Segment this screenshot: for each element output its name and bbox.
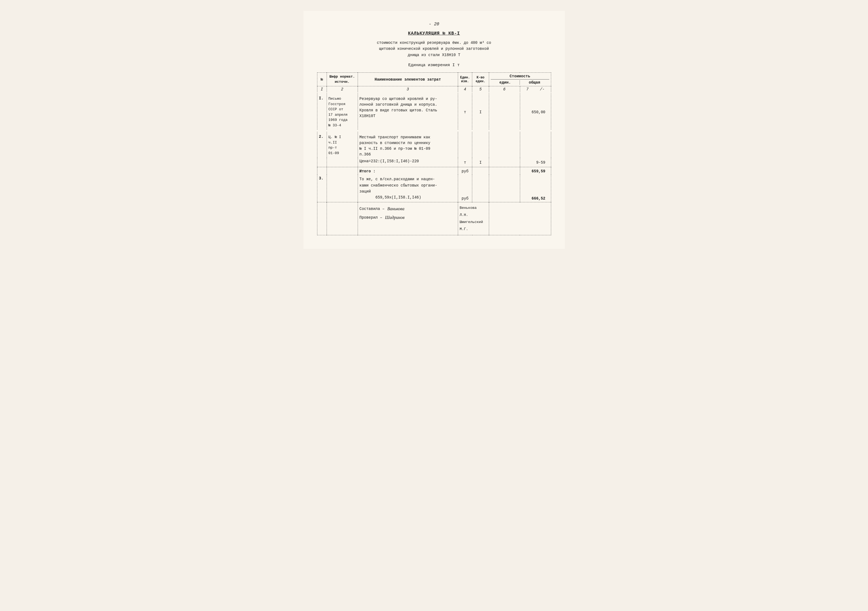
- compiled-label: Составила –: [360, 205, 384, 212]
- right-name2: Шмигельский М.Г.: [460, 219, 487, 233]
- row3-total: 666,52: [520, 175, 551, 202]
- itogo-unit: руб: [458, 168, 472, 175]
- rownum-1: I: [317, 86, 327, 93]
- row2-num: 2.: [317, 131, 327, 158]
- row2b-name: Цена=232:(I,I58:I,I46)-220: [358, 158, 458, 167]
- table-row-1: I. ПисьмоГосстрояСССР от17 апреля1969 го…: [317, 93, 551, 131]
- itogo-label: Итого :: [358, 168, 458, 175]
- col3-header: Наименование элементов затрат: [358, 73, 458, 86]
- rownum-4: 4: [458, 86, 472, 93]
- itogo-total: 659,59: [520, 168, 551, 175]
- main-table: № Шифр нормат. источн. Наименование элем…: [317, 73, 551, 235]
- rownum-3: 3: [358, 86, 458, 93]
- row1-num: I.: [317, 93, 327, 131]
- rownum-2: 2: [327, 86, 358, 93]
- row1-qty: I: [472, 93, 489, 131]
- compiled-signature: Ванькова: [388, 205, 405, 213]
- col4-header: Един. изм.: [458, 73, 472, 86]
- col5-header: К-во един.: [472, 73, 489, 86]
- row1-ref: ПисьмоГосстрояСССР от17 апреля1969 года№…: [327, 93, 358, 131]
- checked-signature: Шадринов: [385, 213, 405, 222]
- itogo-row: Итого : руб 659,59: [317, 168, 551, 175]
- rownum-7: 7 /-: [520, 86, 551, 93]
- row2-name: Местный транспорт принимаем как разность…: [358, 131, 458, 158]
- row3-name: То же, с в/скл.расходами и нацен- ками с…: [358, 175, 458, 202]
- checked-label: Проверил –: [360, 214, 383, 221]
- col1-header: №: [317, 73, 327, 86]
- unit-label: Единица измерения I т: [317, 63, 551, 68]
- rownum-6: 6: [489, 86, 520, 93]
- signature-row: Составила – Ванькова Проверил – Шадринов…: [317, 202, 551, 235]
- signature-area: Составила – Ванькова Проверил – Шадринов: [358, 202, 458, 235]
- stoimost-header: Стоимость един. общая: [489, 73, 551, 86]
- row1-price: [489, 93, 520, 131]
- rownum-5: 5: [472, 86, 489, 93]
- row2b-qty: I: [472, 158, 489, 167]
- row2b-unit: т: [458, 158, 472, 167]
- row1-unit: т: [458, 93, 472, 131]
- row3-unit: руб: [458, 175, 472, 202]
- document-subtitle: стоимости конструкций резервуара ёмк. до…: [317, 40, 551, 58]
- page-number: - 20: [317, 22, 551, 27]
- table-row-2: 2. Ц. № Iч.IIпр-т01-09 Местный транспорт…: [317, 131, 551, 158]
- row1-total: 650,00: [520, 93, 551, 131]
- document-title: КАЛЬКУЛЯЦИЯ № КВ-I: [317, 31, 551, 36]
- row2b-total: 9-59: [520, 158, 551, 167]
- row3-num: 3.: [317, 175, 327, 202]
- table-row-3: 3. То же, с в/скл.расходами и нацен- кам…: [317, 175, 551, 202]
- row2-ref: Ц. № Iч.IIпр-т01-09: [327, 131, 358, 158]
- col2-header: Шифр нормат. источн.: [327, 73, 358, 86]
- row1-name: Резервуар со щитовой кровлей и ру- лонно…: [358, 93, 458, 131]
- right-name1: Венькова Л.Н.: [460, 205, 487, 219]
- table-row-2b: Цена=232:(I,I58:I,I46)-220 т I 9-59: [317, 158, 551, 167]
